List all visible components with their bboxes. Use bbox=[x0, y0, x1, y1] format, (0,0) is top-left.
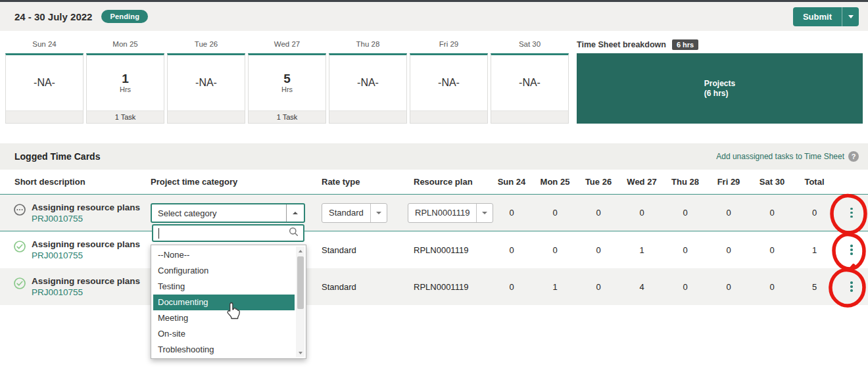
day-card-wed27[interactable]: 5 Hrs 1 Task bbox=[248, 53, 326, 124]
hours-sat: 0 bbox=[750, 208, 794, 218]
resource-plan-value: RPLN0001119 bbox=[414, 282, 468, 292]
col-tue26: Tue 26 bbox=[577, 177, 620, 187]
hours-fri: 0 bbox=[707, 245, 750, 255]
hours-mon: 0 bbox=[533, 245, 577, 255]
hours-sat: 0 bbox=[750, 245, 794, 255]
hours-tue: 0 bbox=[577, 208, 620, 218]
chart-segment-label: Projects bbox=[704, 79, 735, 89]
day-value: -NA- bbox=[357, 77, 379, 89]
day-column-wed27: Wed 27 5 Hrs 1 Task bbox=[248, 36, 326, 124]
day-footer bbox=[6, 110, 83, 123]
hours-fri: 0 bbox=[707, 208, 750, 218]
day-hours-unit: Hrs bbox=[120, 85, 131, 93]
hours-thu: 0 bbox=[663, 245, 707, 255]
row-menu-button[interactable] bbox=[846, 241, 857, 259]
add-unassigned-tasks-link[interactable]: Add unassigned tasks to Time Sheet bbox=[716, 152, 844, 161]
col-sat30: Sat 30 bbox=[750, 177, 794, 187]
completed-icon bbox=[13, 240, 26, 268]
hours-thu: 0 bbox=[663, 208, 707, 218]
rate-type-value: Standard bbox=[322, 245, 356, 255]
day-card-sat30[interactable]: -NA- bbox=[491, 53, 569, 124]
timesheet-header: 24 - 30 July 2022 Pending Submit bbox=[0, 2, 868, 31]
project-link[interactable]: PRJ0010755 bbox=[32, 287, 140, 298]
day-card-thu28[interactable]: -NA- bbox=[329, 53, 407, 124]
day-column-mon25: Mon 25 1 Hrs 1 Task bbox=[86, 36, 164, 124]
hours-thu: 0 bbox=[663, 282, 707, 292]
table-header-row: Short description Project time category … bbox=[0, 170, 868, 195]
date-range: 24 - 30 July 2022 bbox=[14, 11, 92, 22]
submit-split-button[interactable]: Submit bbox=[793, 7, 859, 26]
option-on-site[interactable]: On-site bbox=[151, 326, 306, 342]
day-value: -NA- bbox=[195, 77, 217, 89]
day-footer: 1 Task bbox=[249, 110, 326, 123]
category-search-box[interactable] bbox=[152, 224, 304, 242]
day-footer bbox=[491, 110, 568, 123]
scrollbar-thumb[interactable] bbox=[297, 256, 304, 309]
project-link[interactable]: PRJ0010755 bbox=[32, 250, 140, 261]
option-configuration[interactable]: Configuration bbox=[151, 263, 306, 279]
row-menu-button[interactable] bbox=[846, 277, 857, 296]
option-none[interactable]: --None-- bbox=[151, 247, 306, 263]
section-title: Logged Time Cards bbox=[14, 151, 100, 162]
project-time-category-select[interactable]: Select category bbox=[151, 203, 305, 223]
time-card-row: Assigning resource plans PRJ0010755 Stan… bbox=[0, 231, 868, 268]
search-icon bbox=[289, 227, 299, 239]
day-card-tue26[interactable]: -NA- bbox=[167, 53, 245, 124]
day-label: Sun 24 bbox=[5, 36, 84, 53]
day-card-sun24[interactable]: -NA- bbox=[5, 53, 84, 124]
resource-plan-select[interactable]: RPLN0001119 bbox=[408, 203, 493, 223]
row-menu-button[interactable] bbox=[846, 204, 857, 222]
dropdown-scrollbar[interactable] bbox=[296, 247, 304, 357]
task-title: Assigning resource plans bbox=[32, 239, 140, 250]
task-title: Assigning resource plans bbox=[32, 275, 140, 287]
hours-sun: 0 bbox=[490, 282, 533, 292]
option-testing[interactable]: Testing bbox=[151, 279, 306, 295]
day-footer bbox=[168, 110, 245, 123]
col-short-description: Short description bbox=[0, 177, 151, 187]
hours-mon: 1 bbox=[533, 282, 577, 292]
submit-button[interactable]: Submit bbox=[793, 7, 842, 26]
scroll-down-icon[interactable] bbox=[296, 348, 304, 357]
day-column-fri29: Fri 29 -NA- bbox=[410, 36, 488, 124]
col-thu28: Thu 28 bbox=[663, 177, 707, 187]
day-card-mon25[interactable]: 1 Hrs 1 Task bbox=[86, 53, 164, 124]
logged-time-cards-band: Logged Time Cards Add unassigned tasks t… bbox=[0, 143, 868, 170]
day-hours-unit: Hrs bbox=[281, 85, 293, 93]
chevron-up-icon bbox=[286, 204, 304, 222]
option-trobleshooting[interactable]: Trobleshooting bbox=[151, 342, 306, 358]
completed-icon bbox=[13, 277, 26, 305]
rate-type-value: Standard bbox=[322, 282, 356, 292]
category-search-input[interactable] bbox=[153, 228, 289, 238]
col-project-time-category: Project time category bbox=[151, 177, 322, 187]
option-documenting-highlighted[interactable]: Documenting bbox=[153, 295, 295, 310]
day-card-fri29[interactable]: -NA- bbox=[410, 53, 488, 124]
mouse-pointer-icon bbox=[226, 302, 241, 322]
row-total: 1 bbox=[794, 245, 835, 255]
project-link[interactable]: PRJ0010755 bbox=[32, 213, 140, 224]
hours-sun: 0 bbox=[490, 245, 533, 255]
scroll-up-icon[interactable] bbox=[296, 247, 304, 255]
hours-sat: 0 bbox=[750, 282, 794, 292]
time-card-row: Assigning resource plans PRJ0010755 Stan… bbox=[0, 195, 868, 231]
text-cursor bbox=[158, 228, 159, 239]
breakdown-chart-projects-segment[interactable]: Projects (6 hrs) bbox=[577, 53, 863, 124]
day-column-thu28: Thu 28 -NA- bbox=[329, 36, 407, 124]
hours-wed: 0 bbox=[620, 208, 663, 218]
status-badge: Pending bbox=[101, 10, 148, 23]
day-label: Wed 27 bbox=[248, 36, 326, 53]
row-total: 0 bbox=[794, 208, 835, 218]
breakdown-total-badge: 6 hrs bbox=[672, 39, 698, 50]
task-title: Assigning resource plans bbox=[32, 202, 140, 213]
hours-tue: 0 bbox=[577, 282, 620, 292]
week-summary: Sun 24 -NA- Mon 25 1 Hrs 1 Task Tue 26 -… bbox=[5, 36, 863, 124]
rate-type-select[interactable]: Standard bbox=[322, 203, 387, 223]
submit-dropdown-button[interactable] bbox=[842, 7, 859, 26]
in-progress-icon bbox=[13, 203, 26, 231]
time-card-row: Assigning resource plans PRJ0010755 Stan… bbox=[0, 268, 868, 305]
hours-mon: 0 bbox=[533, 208, 577, 218]
chevron-down-icon bbox=[848, 15, 854, 18]
col-wed27: Wed 27 bbox=[620, 177, 663, 187]
day-value: -NA- bbox=[34, 77, 55, 89]
help-icon[interactable]: ? bbox=[848, 151, 859, 162]
day-footer: 1 Task bbox=[87, 110, 164, 123]
